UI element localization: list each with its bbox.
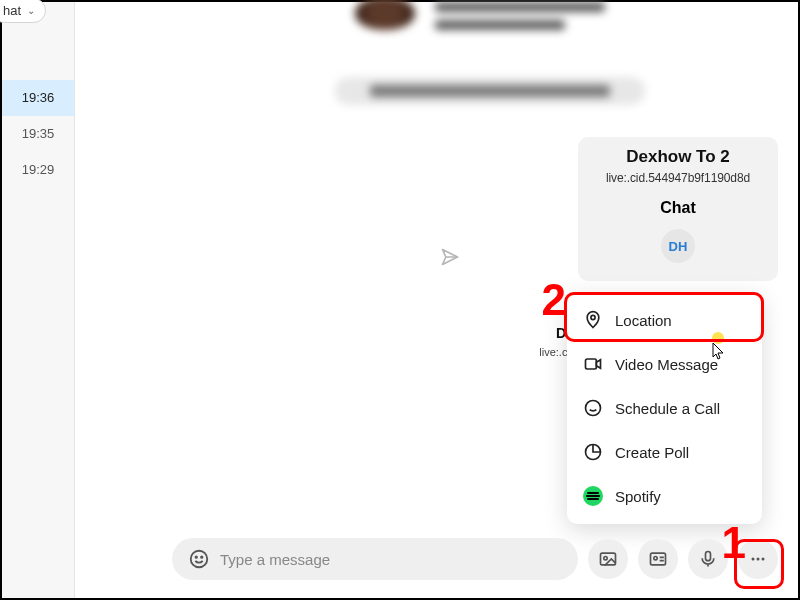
more-attach-button[interactable] xyxy=(738,539,778,579)
sidebar-time-label: 19:36 xyxy=(22,90,55,105)
header-text-blurred xyxy=(435,2,605,38)
pie-chart-icon xyxy=(583,442,603,462)
menu-item-schedule-call[interactable]: Schedule a Call xyxy=(567,386,762,430)
svg-point-12 xyxy=(752,558,755,561)
menu-item-location[interactable]: Location xyxy=(567,298,762,342)
notice-chip-blurred xyxy=(335,77,645,105)
attach-menu: Location Video Message Schedule a Call C… xyxy=(567,292,762,524)
video-message-icon xyxy=(583,354,603,374)
more-dots-icon xyxy=(748,549,768,569)
menu-item-label: Location xyxy=(615,312,672,329)
message-input[interactable]: Type a message xyxy=(172,538,578,580)
sidebar-item[interactable]: 19:29 xyxy=(2,152,74,188)
sidebar-time-label: 19:29 xyxy=(22,162,55,177)
svg-point-4 xyxy=(191,551,208,568)
contact-name: Dexhow To 2 xyxy=(584,147,772,167)
conversation-header-blurred xyxy=(75,2,798,127)
menu-item-spotify[interactable]: Spotify xyxy=(567,474,762,518)
paper-plane-icon xyxy=(440,247,460,267)
menu-item-video-message[interactable]: Video Message xyxy=(567,342,762,386)
contact-panel: Dexhow To 2 live:.cid.544947b9f1190d8d C… xyxy=(578,137,778,281)
svg-point-13 xyxy=(757,558,760,561)
sidebar: hat ⌄ 19:36 19:35 19:29 xyxy=(2,2,75,598)
contact-card-button[interactable] xyxy=(638,539,678,579)
svg-point-5 xyxy=(196,556,197,557)
svg-point-6 xyxy=(201,556,202,557)
avatar-initials: DH xyxy=(661,229,695,263)
menu-item-label: Create Poll xyxy=(615,444,689,461)
avatar xyxy=(355,0,415,30)
annotation-number-2: 2 xyxy=(542,275,566,325)
svg-point-2 xyxy=(586,401,601,416)
contact-id: live:.cid.544947b9f1190d8d xyxy=(584,171,772,185)
sidebar-filter-chip[interactable]: hat ⌄ xyxy=(0,0,46,23)
contact-card-icon xyxy=(648,549,668,569)
svg-point-8 xyxy=(604,557,607,560)
svg-rect-1 xyxy=(586,359,597,369)
message-input-placeholder: Type a message xyxy=(220,551,562,568)
sidebar-filter-label: hat xyxy=(3,3,21,18)
sidebar-item[interactable]: 19:36 xyxy=(2,80,74,116)
sidebar-item[interactable]: 19:35 xyxy=(2,116,74,152)
composer: Type a message xyxy=(172,538,778,580)
menu-item-create-poll[interactable]: Create Poll xyxy=(567,430,762,474)
emoji-icon[interactable] xyxy=(188,548,210,570)
image-icon xyxy=(598,549,618,569)
contact-section-title: Chat xyxy=(584,199,772,217)
contact-name-initial: D xyxy=(556,325,566,341)
contact-row[interactable]: DH xyxy=(584,229,772,263)
svg-point-10 xyxy=(654,557,657,560)
chevron-down-icon: ⌄ xyxy=(27,5,35,16)
microphone-icon xyxy=(698,549,718,569)
sidebar-time-list: 19:36 19:35 19:29 xyxy=(2,80,74,188)
sidebar-time-label: 19:35 xyxy=(22,126,55,141)
menu-item-label: Spotify xyxy=(615,488,661,505)
app-window: hat ⌄ 19:36 19:35 19:29 Dexhow To 2 live… xyxy=(0,0,800,600)
location-pin-icon xyxy=(583,310,603,330)
svg-point-0 xyxy=(591,315,595,319)
svg-rect-11 xyxy=(706,552,711,561)
svg-rect-9 xyxy=(651,553,666,565)
cursor-indicator xyxy=(712,332,726,360)
menu-item-label: Video Message xyxy=(615,356,718,373)
schedule-call-icon xyxy=(583,398,603,418)
voice-record-button[interactable] xyxy=(688,539,728,579)
menu-item-label: Schedule a Call xyxy=(615,400,720,417)
spotify-icon xyxy=(583,486,603,506)
cursor-arrow-icon xyxy=(712,342,726,360)
media-button[interactable] xyxy=(588,539,628,579)
svg-point-14 xyxy=(762,558,765,561)
